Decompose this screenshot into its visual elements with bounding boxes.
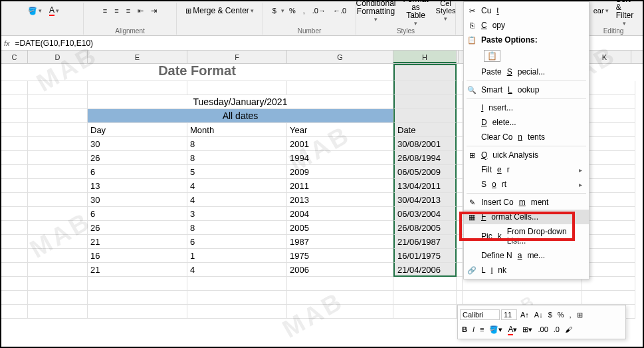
menu-copy[interactable]: ⎘Copy: [464, 18, 589, 33]
menu-insert[interactable]: Insert...: [464, 100, 589, 115]
cell[interactable]: [1, 221, 28, 235]
cell[interactable]: [28, 263, 88, 277]
cell[interactable]: 16: [88, 249, 187, 263]
cell[interactable]: 16/01/1975: [393, 249, 457, 263]
mini-fill[interactable]: 🪣▾: [487, 325, 504, 335]
sort-filter-btn[interactable]: Sort & Filter▾: [613, 0, 637, 28]
cell[interactable]: 4: [187, 193, 287, 207]
mini-font[interactable]: [460, 309, 500, 320]
cell[interactable]: 26/08/2005: [393, 221, 457, 235]
cell[interactable]: [457, 165, 463, 179]
cell[interactable]: 13: [88, 179, 187, 193]
menu-smart-lookup[interactable]: 🔍Smart Lookup: [464, 83, 589, 97]
cell[interactable]: Date: [393, 123, 457, 137]
cell[interactable]: [1, 249, 28, 263]
cell[interactable]: 21: [88, 235, 187, 249]
cell[interactable]: 2011: [287, 179, 393, 193]
mini-dec-dec[interactable]: .0: [552, 325, 562, 334]
cell[interactable]: 21: [88, 263, 187, 277]
cell[interactable]: [457, 109, 463, 123]
mini-bold[interactable]: B: [460, 325, 469, 334]
cell[interactable]: 4: [187, 179, 287, 193]
cell[interactable]: [287, 277, 393, 291]
cell[interactable]: [1, 277, 28, 291]
cell[interactable]: [457, 137, 463, 151]
cell[interactable]: 26: [88, 151, 187, 165]
cell[interactable]: 2001: [287, 137, 393, 151]
cell[interactable]: [187, 305, 287, 319]
cell[interactable]: [28, 277, 88, 291]
cell[interactable]: 06/05/2009: [393, 165, 457, 179]
cell[interactable]: [28, 151, 88, 165]
cell[interactable]: [28, 207, 88, 221]
cell[interactable]: 8: [187, 151, 287, 165]
cell[interactable]: [28, 193, 88, 207]
cell[interactable]: 1: [187, 249, 287, 263]
cond-format-btn[interactable]: Conditional Formatting▾: [353, 0, 398, 24]
cell[interactable]: 30/04/2013: [393, 193, 457, 207]
cell[interactable]: [457, 95, 463, 109]
cell[interactable]: [1, 263, 28, 277]
cell[interactable]: [1, 165, 28, 179]
cell[interactable]: 26: [88, 221, 187, 235]
mini-painter[interactable]: 🖌: [563, 325, 574, 334]
cell-styles-btn[interactable]: CelStyles▾: [433, 0, 459, 23]
cell[interactable]: [582, 249, 635, 263]
cell[interactable]: [1, 305, 28, 319]
currency-btn[interactable]: $: [270, 5, 279, 16]
cell[interactable]: 06/03/2004: [393, 207, 457, 221]
cell[interactable]: [457, 277, 463, 291]
cell[interactable]: [287, 291, 393, 305]
cell[interactable]: 1994: [287, 151, 393, 165]
cell[interactable]: [582, 277, 635, 291]
mini-fontcolor[interactable]: A▾: [506, 324, 519, 335]
cell[interactable]: [1, 291, 28, 305]
cell[interactable]: 30/08/2001: [393, 137, 457, 151]
cell[interactable]: 13/04/2011: [393, 179, 457, 193]
cell[interactable]: [582, 235, 635, 249]
menu-paste-btn[interactable]: 📋: [464, 47, 589, 65]
menu-cut[interactable]: ✂Cut: [464, 3, 589, 18]
cell[interactable]: [1, 81, 28, 95]
cell[interactable]: [393, 305, 457, 319]
menu-link[interactable]: 🔗Link: [464, 263, 589, 277]
cell[interactable]: [28, 109, 88, 123]
cell[interactable]: [457, 151, 463, 165]
col-header-H[interactable]: H: [393, 51, 457, 63]
cell[interactable]: 8: [187, 137, 287, 151]
cell[interactable]: 6: [187, 235, 287, 249]
cell[interactable]: [457, 123, 463, 137]
dec-decimal-btn[interactable]: ←.0: [330, 5, 349, 16]
align-right-btn[interactable]: ≡: [124, 5, 133, 16]
cell[interactable]: [393, 95, 457, 109]
cell[interactable]: Month: [187, 123, 287, 137]
title-cell[interactable]: Date Format: [1, 64, 393, 81]
cell[interactable]: [582, 151, 635, 165]
menu-paste-special[interactable]: Paste Special...: [464, 65, 589, 79]
align-center-btn[interactable]: ≡: [112, 5, 121, 16]
cell[interactable]: [393, 64, 457, 81]
inc-decimal-btn[interactable]: .0→: [310, 5, 328, 16]
col-header-C[interactable]: C: [1, 51, 28, 63]
cell[interactable]: [88, 81, 187, 95]
cell[interactable]: 6: [88, 165, 187, 179]
mini-comma[interactable]: ,: [568, 310, 574, 319]
cell[interactable]: [393, 291, 457, 305]
cell[interactable]: [28, 221, 88, 235]
mini-grow[interactable]: A↑: [518, 310, 531, 319]
cell[interactable]: 21/06/1987: [393, 235, 457, 249]
cell[interactable]: [582, 291, 635, 305]
cell[interactable]: [1, 137, 28, 151]
menu-filter[interactable]: Filter▸: [464, 162, 589, 177]
fill-color-btn[interactable]: 🪣▾: [25, 5, 45, 17]
cell[interactable]: 21/04/2006: [393, 263, 457, 277]
mini-align[interactable]: ≡: [478, 325, 486, 334]
cell[interactable]: [582, 193, 635, 207]
col-header-F[interactable]: F: [187, 51, 287, 63]
cell[interactable]: [28, 165, 88, 179]
cell[interactable]: 30: [88, 137, 187, 151]
cell[interactable]: 1987: [287, 235, 393, 249]
cell[interactable]: [457, 207, 463, 221]
cell[interactable]: [28, 291, 88, 305]
mini-size[interactable]: [501, 309, 517, 320]
